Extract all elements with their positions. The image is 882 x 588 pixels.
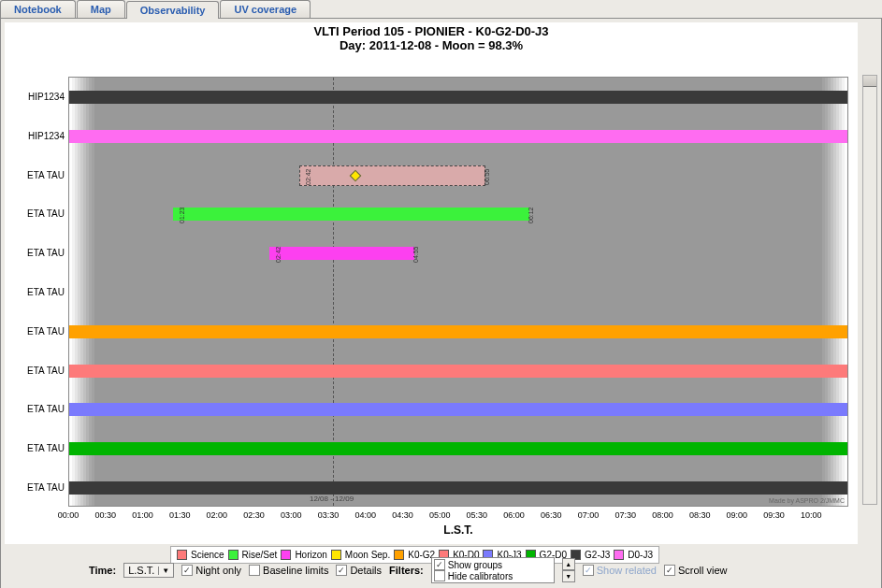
x-tick: 10:00 <box>801 510 822 520</box>
chevron-down-icon: ▼ <box>158 566 169 575</box>
time-combo[interactable]: L.S.T.▼ <box>123 563 174 578</box>
row-label: ETA TAU <box>8 482 65 493</box>
plot: 02:4206:5501:2306:1202:4204:55 HIP1234HI… <box>68 77 848 507</box>
observability-bar <box>69 130 848 143</box>
x-tick: 05:00 <box>429 510 451 520</box>
row-label: ETA TAU <box>8 404 65 414</box>
time-label: Time: <box>89 565 116 576</box>
x-tick: 07:00 <box>578 510 600 520</box>
row-label: ETA TAU <box>8 248 65 258</box>
spinner-up-icon[interactable]: ▲ <box>562 558 575 570</box>
filters-label: Filters: <box>389 565 424 576</box>
row-label: HIP1234 <box>8 130 65 140</box>
row-label: ETA TAU <box>8 208 65 219</box>
footer-credit: Made by ASPRO 2/JMMC <box>769 497 845 504</box>
x-tick: 05:30 <box>467 510 488 520</box>
x-axis-label: L.S.T. <box>443 523 472 537</box>
observability-panel: VLTI Period 105 - PIONIER - K0-G2-D0-J3 … <box>0 19 882 588</box>
row-label: HIP1234 <box>8 91 65 101</box>
observability-bar <box>69 481 848 495</box>
x-tick: 00:00 <box>58 510 80 520</box>
row-label: ETA TAU <box>8 365 65 375</box>
x-tick: 03:00 <box>281 510 302 520</box>
row-label: ETA TAU <box>8 287 65 297</box>
observability-bar <box>173 208 529 221</box>
scroll-view-checkbox[interactable]: ✓Scroll view <box>664 565 728 576</box>
baseline-limits-checkbox[interactable]: Baseline limits <box>249 565 328 576</box>
tab-notebook[interactable]: Notebook <box>0 0 76 18</box>
x-tick: 04:30 <box>392 510 413 520</box>
x-tick: 06:00 <box>503 510 525 520</box>
night-only-checkbox[interactable]: ✓Night only <box>181 565 241 576</box>
x-tick: 01:30 <box>169 510 191 520</box>
row-label: ETA TAU <box>8 169 65 179</box>
x-tick: 02:30 <box>243 510 265 520</box>
filters-list[interactable]: ✓Show groups Hide calibrators <box>431 557 555 583</box>
tab-observability[interactable]: Observability <box>126 1 220 19</box>
chart-subtitle: Day: 2011-12-08 - Moon = 98.3% <box>5 38 858 52</box>
x-tick: 00:30 <box>94 510 116 520</box>
midnight-note: 12/08 - 12/09 <box>310 495 354 503</box>
x-tick: 09:30 <box>763 510 785 520</box>
x-tick: 08:30 <box>689 510 711 520</box>
tab-map[interactable]: Map <box>77 0 125 18</box>
details-checkbox[interactable]: ✓Details <box>336 565 382 576</box>
spinner-down-icon[interactable]: ▼ <box>562 570 575 582</box>
controls-bar: Time: L.S.T.▼ ✓Night only Baseline limit… <box>89 557 728 583</box>
observability-bar <box>69 403 848 416</box>
observability-bar <box>69 325 848 338</box>
row-label: ETA TAU <box>8 443 65 453</box>
x-tick: 01:00 <box>132 510 153 520</box>
x-tick: 06:30 <box>541 510 562 520</box>
x-tick: 09:00 <box>727 510 748 520</box>
x-tick: 02:00 <box>207 510 228 520</box>
observability-bar <box>299 165 485 186</box>
show-related-checkbox[interactable]: ✓Show related <box>583 565 657 576</box>
observability-bar <box>69 365 848 378</box>
row-label: ETA TAU <box>8 325 65 336</box>
filters-spinner[interactable]: ▲ ▼ <box>562 558 575 582</box>
chart-title: VLTI Period 105 - PIONIER - K0-G2-D0-J3 <box>5 24 858 38</box>
x-tick: 07:30 <box>615 510 636 520</box>
observability-bar <box>269 247 414 260</box>
x-tick: 03:30 <box>318 510 340 520</box>
vertical-scrollbar[interactable] <box>862 75 877 505</box>
chart-area: VLTI Period 105 - PIONIER - K0-G2-D0-J3 … <box>5 22 858 544</box>
observability-bar <box>69 91 848 104</box>
x-tick: 08:00 <box>652 510 673 520</box>
observability-bar <box>69 442 848 455</box>
x-tick: 04:00 <box>354 510 376 520</box>
tab-uv-coverage[interactable]: UV coverage <box>220 0 311 18</box>
tab-bar: Notebook Map Observability UV coverage <box>0 0 882 19</box>
